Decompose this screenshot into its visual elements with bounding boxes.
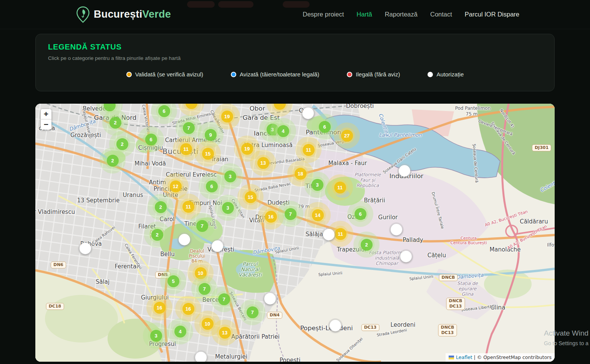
cluster-marker[interactable]	[272, 104, 288, 112]
cluster-marker[interactable]: 11	[300, 142, 317, 158]
cluster-count: 16	[182, 303, 194, 315]
legend-item-validata[interactable]: Validată (se verifică avizul)	[126, 71, 203, 78]
legend-title: LEGENDĂ STATUS	[48, 43, 542, 51]
cluster-count: 11	[182, 201, 194, 213]
cluster-marker[interactable]: 3	[148, 328, 164, 344]
cluster-marker[interactable]: 6	[204, 178, 220, 194]
cluster-marker[interactable]: 3	[220, 200, 236, 216]
cluster-count: 2	[151, 229, 163, 241]
cluster-marker[interactable]: 4	[172, 323, 188, 339]
cluster-marker[interactable]: 16	[263, 208, 279, 225]
zoom-in-button[interactable]: +	[41, 109, 51, 119]
cluster-marker[interactable]: 6	[317, 119, 333, 135]
cluster-marker[interactable]: 2	[107, 114, 123, 131]
single-pin-marker[interactable]	[399, 165, 410, 177]
cluster-marker[interactable]: 2	[152, 199, 169, 215]
cluster-marker[interactable]: 7	[196, 281, 212, 297]
cluster-marker[interactable]: 2	[104, 152, 121, 169]
cluster-marker[interactable]: 27	[339, 127, 355, 144]
cluster-marker[interactable]: 13	[255, 155, 271, 171]
cluster-count	[274, 104, 286, 110]
cluster-count: 3	[222, 202, 234, 214]
single-pin-marker[interactable]	[330, 320, 341, 331]
cluster-marker[interactable]: 11	[180, 199, 196, 215]
cluster-count: 7	[183, 122, 195, 134]
cluster-count: 18	[295, 168, 307, 180]
cluster-count: 3	[312, 179, 323, 191]
cluster-marker[interactable]: 19	[239, 141, 255, 157]
single-pin-marker[interactable]	[391, 224, 402, 235]
single-pin-marker[interactable]	[264, 293, 276, 304]
cluster-marker[interactable]: 9	[202, 127, 219, 143]
browser-artifact	[283, 1, 310, 8]
zoom-out-button[interactable]: −	[41, 119, 51, 130]
cluster-marker[interactable]: 15	[200, 146, 216, 162]
cluster-marker[interactable]: 13	[217, 324, 233, 341]
cluster-count: 16	[154, 302, 166, 314]
cluster-marker[interactable]: 4	[275, 123, 291, 139]
cluster-count: 4	[277, 125, 289, 137]
map[interactable]: BelvedereGara de NordoareaGrozăveștiObor…	[35, 104, 555, 362]
single-pin-marker[interactable]	[179, 234, 190, 245]
cluster-count: 11	[335, 228, 346, 240]
legend-subtitle: Click pe o categorie pentru a filtra pin…	[48, 55, 542, 61]
cluster-marker[interactable]: 19	[219, 108, 235, 124]
cluster-marker[interactable]	[183, 104, 199, 111]
brand[interactable]: BucureștiVerde	[75, 6, 171, 23]
cluster-count: 7	[247, 306, 259, 318]
cluster-count: 5	[167, 275, 179, 287]
cluster-marker[interactable]: 11	[332, 226, 348, 242]
cluster-marker[interactable]: 7	[181, 120, 197, 136]
cluster-marker[interactable]: 14	[310, 207, 326, 223]
cluster-marker[interactable]	[101, 104, 118, 113]
single-pin-marker[interactable]	[400, 251, 412, 262]
legend-item-ilegala[interactable]: Ilegală (fără aviz)	[347, 71, 400, 78]
status-dot-icon	[428, 72, 433, 77]
cluster-marker[interactable]: 16	[180, 301, 196, 317]
cluster-marker[interactable]: 3	[309, 177, 325, 193]
single-pin-marker[interactable]	[302, 108, 314, 119]
cluster-count: 12	[170, 180, 182, 192]
legend-item-avizata[interactable]: Avizată (tăiere/toaletare legală)	[231, 71, 319, 78]
single-pin-marker[interactable]	[80, 243, 91, 254]
cluster-marker[interactable]: 3	[222, 168, 238, 184]
nav-parcul-ior-dispare[interactable]: Parcul IOR Dispare	[465, 11, 519, 18]
nav-contact[interactable]: Contact	[430, 11, 452, 18]
cluster-marker[interactable]: 6	[143, 131, 159, 147]
nav-despre-proiect[interactable]: Despre proiect	[303, 11, 344, 18]
legend-item-autorizatie[interactable]: Autorizație	[428, 71, 464, 78]
cluster-marker[interactable]: 2	[149, 227, 165, 243]
cluster-marker[interactable]: 10	[192, 265, 209, 281]
leaflet-link[interactable]: Leaflet	[456, 354, 472, 360]
nav-harta[interactable]: Hartă	[356, 11, 372, 18]
cluster-marker[interactable]: 7	[282, 206, 298, 222]
cluster-marker[interactable]: 6	[352, 206, 368, 222]
cluster-marker[interactable]: 2	[114, 136, 130, 152]
nav-raporteaza[interactable]: Raportează	[385, 11, 418, 18]
cluster-marker[interactable]: 10	[199, 316, 215, 332]
cluster-marker[interactable]: 16	[151, 299, 167, 316]
cluster-marker[interactable]: 11	[178, 141, 194, 157]
cluster-marker[interactable]: 5	[165, 273, 181, 289]
cluster-count: 11	[303, 144, 315, 156]
single-pin-marker[interactable]	[195, 352, 207, 362]
cluster-marker[interactable]: 6	[156, 104, 172, 119]
cluster-marker[interactable]: 7	[216, 291, 232, 307]
cluster-marker[interactable]: 12	[167, 178, 184, 194]
cluster-count: 10	[195, 267, 207, 279]
cluster-count: 14	[312, 209, 324, 221]
single-pin-marker[interactable]	[323, 229, 335, 240]
cluster-marker[interactable]: 2	[358, 237, 375, 253]
cluster-marker[interactable]: 7	[244, 304, 260, 320]
cluster-marker[interactable]: 7	[194, 218, 210, 234]
cluster-marker[interactable]: 11	[332, 179, 348, 195]
map-markers-layer: 6279346622191115191113181227113636151123…	[35, 104, 555, 362]
cluster-marker[interactable]: 15	[242, 189, 259, 205]
cluster-count: 6	[158, 105, 170, 117]
cluster-count: 3	[150, 330, 162, 342]
single-pin-marker[interactable]	[212, 240, 223, 252]
cluster-count: 6	[319, 121, 331, 133]
cluster-count: 27	[341, 130, 353, 142]
status-dot-icon	[126, 72, 132, 77]
cluster-marker[interactable]: 18	[292, 165, 308, 182]
